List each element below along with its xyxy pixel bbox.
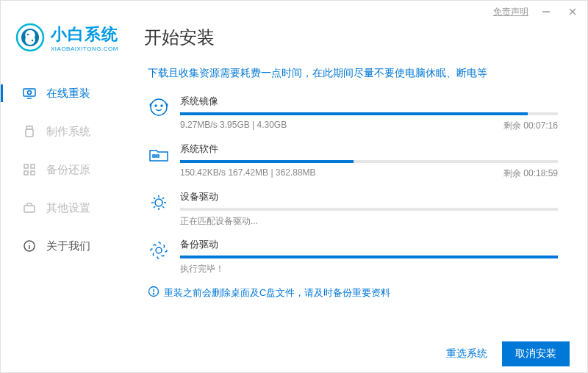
sidebar-item-label: 关于我们 — [46, 239, 90, 253]
svg-point-6 — [32, 40, 33, 41]
svg-rect-23 — [153, 155, 155, 157]
progress-fill — [180, 160, 354, 163]
task-stats: 9.27MB/s 3.95GB | 4.30GB — [180, 120, 287, 132]
monitor-icon — [23, 87, 36, 100]
sidebar-item-online-reinstall[interactable]: 在线重装 — [23, 74, 129, 112]
sidebar-item-label: 其他设置 — [46, 201, 90, 215]
sidebar-item-about[interactable]: 关于我们 — [23, 227, 129, 265]
gear-icon — [148, 192, 170, 214]
svg-point-29 — [153, 294, 154, 294]
progress-fill — [180, 112, 528, 115]
svg-point-22 — [161, 105, 162, 106]
info-icon — [23, 239, 36, 253]
warning-text: 重装之前会删除桌面及C盘文件，请及时备份重要资料 — [164, 286, 390, 300]
task-remain: 剩余 00:07:16 — [503, 120, 558, 132]
info-circle-icon — [148, 286, 159, 300]
usb-icon — [23, 125, 36, 138]
svg-point-21 — [155, 105, 157, 106]
svg-rect-12 — [24, 164, 28, 168]
svg-point-25 — [155, 199, 162, 206]
task-title: 系统镜像 — [180, 95, 558, 108]
progress-fill — [180, 256, 558, 258]
disclaimer-link[interactable]: 免责声明 — [493, 6, 528, 18]
sidebar-item-other-settings[interactable]: 其他设置 — [23, 189, 129, 227]
svg-point-20 — [151, 99, 167, 115]
task-stats: 正在匹配设备驱动... — [180, 215, 258, 228]
task-remain: 剩余 00:18:59 — [503, 167, 558, 180]
svg-rect-24 — [157, 155, 159, 157]
close-button[interactable] — [564, 3, 581, 21]
folder-apps-icon — [148, 144, 170, 166]
svg-rect-16 — [24, 206, 35, 212]
briefcase-icon — [23, 201, 36, 214]
sidebar-item-label: 制作系统 — [46, 125, 90, 139]
svg-rect-11 — [26, 129, 33, 137]
gear-alt-icon — [148, 239, 170, 261]
brand-url: XIAOBAIXITONG.COM — [51, 46, 118, 52]
task-row: 备份驱动 执行完毕！ — [148, 238, 558, 275]
page-title: 开始安装 — [144, 26, 215, 49]
tip-text: 下载且收集资源需要耗费一点时间，在此期间尽量不要使电脑休眠、断电等 — [148, 67, 558, 80]
warning-row: 重装之前会删除桌面及C盘文件，请及时备份重要资料 — [148, 286, 558, 300]
app-logo-icon — [15, 23, 45, 52]
sidebar-item-label: 备份还原 — [46, 163, 90, 177]
reselect-system-button[interactable]: 重选系统 — [446, 347, 487, 361]
minimize-button[interactable] — [537, 3, 555, 21]
sidebar: 在线重装 制作系统 备份还原 其他设置 关于我们 — [1, 59, 129, 343]
progress-bar — [180, 160, 558, 163]
progress-bar — [180, 112, 558, 115]
brand: 小白系统 XIAOBAIXITONG.COM — [51, 23, 118, 52]
task-title: 备份驱动 — [180, 238, 558, 251]
sidebar-item-backup-restore[interactable]: 备份还原 — [23, 151, 129, 189]
svg-rect-14 — [24, 171, 28, 175]
svg-rect-7 — [24, 89, 35, 96]
svg-rect-13 — [31, 164, 35, 168]
task-title: 设备驱动 — [180, 190, 558, 203]
task-title: 系统软件 — [180, 142, 558, 156]
task-row: 系统软件 150.42KB/s 167.42MB | 362.88MB剩余 00… — [148, 142, 558, 180]
task-stats: 执行完毕！ — [180, 263, 224, 275]
svg-point-26 — [156, 247, 162, 253]
progress-bar — [180, 208, 558, 211]
task-row: 设备驱动 正在匹配设备驱动... — [148, 190, 558, 228]
brand-name: 小白系统 — [51, 23, 118, 46]
grid-icon — [23, 163, 36, 176]
task-stats: 150.42KB/s 167.42MB | 362.88MB — [180, 167, 316, 180]
sidebar-item-label: 在线重装 — [46, 87, 90, 101]
svg-rect-15 — [31, 171, 35, 175]
progress-bar — [180, 256, 558, 258]
cancel-install-button[interactable]: 取消安装 — [502, 341, 570, 366]
svg-point-9 — [28, 91, 32, 95]
task-row: 系统镜像 9.27MB/s 3.95GB | 4.30GB剩余 00:07:16 — [148, 95, 558, 132]
image-face-icon — [148, 96, 170, 118]
svg-point-5 — [27, 34, 29, 35]
sidebar-item-make-system[interactable]: 制作系统 — [23, 112, 129, 151]
